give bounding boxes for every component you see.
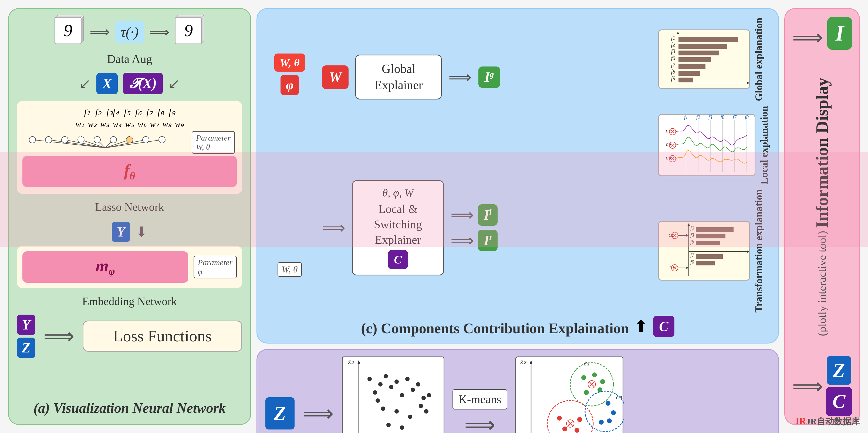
svg-point-99 bbox=[405, 377, 409, 381]
feature-section: f₁ f₂ f₃f₄ f₅ f₆ f₇ f₈ f₉ w₁ w₂ w₃ w₄ w₅… bbox=[17, 101, 242, 194]
svg-point-11 bbox=[62, 137, 68, 143]
data-aug-label: Data Aug bbox=[107, 52, 152, 66]
panel-d: ⟹ I Information Display (plotly interact… bbox=[784, 8, 860, 425]
arrow-local-in: ⟹ bbox=[322, 218, 345, 237]
arrow-1: ⟹ bbox=[90, 24, 110, 40]
f7-label: f₈ bbox=[158, 107, 164, 117]
svg-point-12 bbox=[78, 137, 84, 143]
tau-box: τ(·) bbox=[115, 21, 144, 43]
arrow-global: ⟹ bbox=[448, 67, 472, 87]
local-explanation-chart: c₁ c₂ c₃ bbox=[658, 114, 755, 176]
svg-text:f8: f8 bbox=[671, 69, 675, 75]
loss-functions-label: Loss Functions bbox=[113, 327, 212, 345]
svg-marker-20 bbox=[747, 82, 749, 84]
svg-marker-69 bbox=[687, 223, 690, 226]
svg-text:c₂: c₂ bbox=[666, 141, 671, 147]
arrow-d-2: ⟹ bbox=[792, 374, 823, 399]
arrow-down-y: ⬇ bbox=[135, 224, 147, 240]
transform-explanation-chart: c₁ c₃ bbox=[658, 221, 750, 281]
svg-point-127 bbox=[584, 390, 589, 395]
svg-point-15 bbox=[126, 137, 133, 143]
c-badge-explainer: C bbox=[388, 250, 408, 269]
svg-marker-88 bbox=[358, 360, 360, 364]
svg-marker-71 bbox=[747, 250, 749, 253]
transform-explanation-label: Transformation explanation bbox=[753, 189, 765, 313]
svg-text:f7: f7 bbox=[671, 62, 676, 68]
svg-point-136 bbox=[577, 417, 582, 422]
arrow-diag-1: ↙ bbox=[79, 76, 91, 92]
f5-label: f₆ bbox=[135, 107, 142, 117]
svg-point-142 bbox=[599, 420, 604, 425]
svg-point-110 bbox=[376, 398, 380, 403]
phi-badge: φ bbox=[280, 75, 299, 95]
svg-point-10 bbox=[45, 137, 52, 143]
info-sub-text: (plotly interactive tool) bbox=[816, 231, 829, 336]
svg-point-92 bbox=[367, 377, 372, 381]
x-badge: X bbox=[96, 73, 118, 94]
svg-point-102 bbox=[422, 396, 426, 400]
svg-point-133 bbox=[557, 416, 562, 421]
svg-point-140 bbox=[611, 410, 616, 415]
svg-text:c₃: c₃ bbox=[616, 393, 623, 401]
svg-point-104 bbox=[395, 409, 399, 413]
svg-rect-32 bbox=[679, 57, 711, 62]
param-wtheta-c: W, θ bbox=[278, 262, 302, 277]
y-badge-blue: Y bbox=[112, 222, 130, 242]
panel-bc: W, θ φ W, θ W GlobalExplainer bbox=[256, 8, 779, 425]
svg-point-9 bbox=[29, 137, 36, 143]
svg-text:z₂: z₂ bbox=[348, 357, 354, 366]
svg-text:f3: f3 bbox=[671, 48, 675, 55]
panel-a: 9 ⟹ τ(·) ⟹ 9 Data Aug ↙ X 𝒯(X) ↙ bbox=[8, 8, 251, 425]
svg-point-103 bbox=[381, 406, 385, 411]
panel-b: Z ⟹ z₂ z₁ bbox=[256, 349, 779, 433]
w5-label: w₅ bbox=[125, 119, 134, 129]
svg-text:f9: f9 bbox=[690, 259, 694, 265]
svg-point-100 bbox=[411, 387, 415, 392]
svg-text:c₃: c₃ bbox=[666, 154, 671, 161]
svg-point-98 bbox=[400, 393, 404, 397]
weight-nodes-svg bbox=[24, 136, 186, 149]
cluster-box: z₂ z₁ c₁ bbox=[516, 356, 623, 433]
global-explainer-label: GlobalExplainer bbox=[366, 61, 431, 93]
global-explanation-label: Global explanation bbox=[753, 18, 765, 101]
arrow-d-1: ⟹ bbox=[792, 25, 823, 50]
transform-chart-svg: c₁ c₃ bbox=[659, 222, 750, 281]
svg-point-101 bbox=[416, 382, 421, 386]
f3-label: f₃f₄ bbox=[106, 107, 119, 117]
tx-badge: 𝒯(X) bbox=[123, 73, 162, 94]
svg-point-124 bbox=[592, 372, 597, 377]
svg-text:f7: f7 bbox=[690, 253, 694, 258]
svg-point-125 bbox=[600, 379, 605, 384]
svg-text:c₁: c₁ bbox=[584, 359, 590, 367]
svg-rect-81 bbox=[696, 261, 715, 265]
panel-c: W, θ φ W, θ W GlobalExplainer bbox=[256, 8, 779, 344]
c-badge-bottom: C bbox=[653, 316, 675, 337]
global-explanation-chart: f1 f2 f3 f6 f7 f8 f9 bbox=[658, 29, 750, 89]
svg-point-17 bbox=[159, 137, 165, 143]
global-chart-svg: f1 f2 f3 f6 f7 f8 f9 bbox=[659, 30, 750, 89]
f4-label: f₅ bbox=[124, 107, 130, 117]
local-explainer-box: θ, φ, W Local &SwitchingExplainer C bbox=[352, 180, 444, 276]
y-badge-bottom: Y bbox=[17, 315, 35, 335]
z-badge-bottom: Z bbox=[17, 338, 35, 358]
w4-label: w₄ bbox=[113, 119, 122, 129]
big-i-badge: I bbox=[827, 17, 852, 50]
z-badge-b: Z bbox=[266, 397, 294, 430]
w2-label: w₂ bbox=[88, 119, 97, 129]
svg-text:f6: f6 bbox=[690, 239, 694, 244]
svg-point-135 bbox=[575, 428, 579, 433]
svg-text:f7: f7 bbox=[733, 115, 737, 120]
svg-point-108 bbox=[419, 404, 423, 408]
svg-rect-79 bbox=[696, 241, 720, 245]
svg-text:f2: f2 bbox=[696, 115, 700, 120]
local-explanation-label: Local explanation bbox=[758, 106, 770, 184]
svg-rect-30 bbox=[679, 44, 727, 49]
data-aug-section: 9 ⟹ τ(·) ⟹ 9 bbox=[55, 17, 205, 47]
global-explainer-box: GlobalExplainer bbox=[355, 55, 442, 99]
svg-point-123 bbox=[581, 375, 586, 380]
svg-point-16 bbox=[143, 137, 149, 143]
svg-rect-77 bbox=[696, 227, 734, 232]
w9-label: w₉ bbox=[175, 119, 184, 129]
svg-text:f8: f8 bbox=[745, 115, 749, 120]
svg-text:c₁: c₁ bbox=[669, 231, 674, 238]
